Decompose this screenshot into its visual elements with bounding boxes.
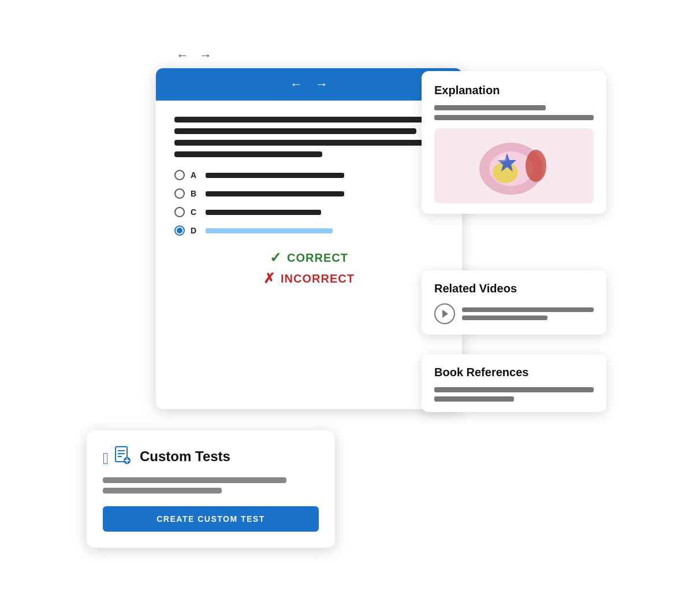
explanation-text-2 xyxy=(434,115,594,120)
quiz-right-arrow[interactable]: → xyxy=(315,77,328,92)
video-row xyxy=(434,303,594,324)
custom-tests-title: Custom Tests xyxy=(140,448,230,465)
checkmark-icon: ✓ xyxy=(270,250,281,266)
anatomy-svg xyxy=(468,131,560,201)
book-references-card: Book References xyxy=(422,354,606,412)
explanation-title: Explanation xyxy=(434,84,594,97)
top-navigation: ← → xyxy=(176,48,212,63)
incorrect-result: ✗ INCORRECT xyxy=(263,270,355,287)
video-bars xyxy=(462,307,594,320)
option-a-row[interactable]: A xyxy=(174,170,444,180)
related-videos-title: Related Videos xyxy=(434,282,594,295)
custom-test-svg-icon xyxy=(113,446,132,464)
option-b-radio[interactable] xyxy=(174,188,185,199)
top-left-arrow[interactable]: ← xyxy=(176,48,189,63)
option-d-radio[interactable] xyxy=(174,225,185,236)
question-line-2 xyxy=(174,128,416,134)
correct-label: CORRECT xyxy=(287,251,348,265)
quiz-header: ← → xyxy=(156,68,462,101)
question-line-1 xyxy=(174,117,444,123)
quiz-card: ← → A B xyxy=(156,68,462,409)
custom-test-bar-1 xyxy=(103,477,286,483)
custom-tests-header:  Custom Tests xyxy=(103,446,319,467)
correct-result: ✓ CORRECT xyxy=(270,250,348,266)
explanation-card: Explanation xyxy=(422,71,606,214)
book-bars xyxy=(434,387,594,402)
anatomy-illustration xyxy=(434,128,594,203)
explanation-text-1 xyxy=(434,105,546,110)
svg-point-5 xyxy=(498,156,507,162)
xmark-icon: ✗ xyxy=(263,270,275,287)
svg-point-4 xyxy=(526,150,546,182)
custom-tests-bars xyxy=(103,477,319,493)
option-b-bar xyxy=(206,191,344,196)
option-c-row[interactable]: C xyxy=(174,207,444,217)
play-triangle-icon xyxy=(442,310,448,318)
option-d-label: D xyxy=(191,226,200,235)
video-bar-2 xyxy=(462,316,547,320)
book-references-title: Book References xyxy=(434,366,594,379)
quiz-left-arrow[interactable]: ← xyxy=(290,77,303,92)
quiz-body: A B C D xyxy=(156,101,462,298)
video-bar-1 xyxy=(462,307,594,312)
play-button[interactable] xyxy=(434,303,455,324)
custom-tests-icon:  xyxy=(103,446,132,467)
option-a-label: A xyxy=(191,170,200,180)
result-area: ✓ CORRECT ✗ INCORRECT xyxy=(174,250,444,287)
custom-test-bar-2 xyxy=(103,488,222,493)
book-bar-2 xyxy=(434,396,514,402)
option-a-radio[interactable] xyxy=(174,170,185,180)
top-right-arrow[interactable]: → xyxy=(199,48,212,63)
question-line-4 xyxy=(174,151,322,157)
option-b-row[interactable]: B xyxy=(174,188,444,199)
related-videos-card: Related Videos xyxy=(422,270,606,335)
create-custom-test-button[interactable]: CREATE CUSTOM TEST xyxy=(103,506,319,532)
book-bar-1 xyxy=(434,387,594,392)
option-c-radio[interactable] xyxy=(174,207,185,217)
option-d-bar xyxy=(206,228,333,233)
incorrect-label: INCORRECT xyxy=(281,272,355,285)
question-line-3 xyxy=(174,140,444,146)
option-a-bar xyxy=(206,173,344,178)
option-c-label: C xyxy=(191,207,200,217)
option-d-row[interactable]: D xyxy=(174,225,444,236)
custom-tests-card:  Custom Tests CREATE CUSTOM TEST xyxy=(87,431,335,548)
option-c-bar xyxy=(206,210,321,215)
answer-options: A B C D xyxy=(174,170,444,236)
option-b-label: B xyxy=(191,189,200,198)
